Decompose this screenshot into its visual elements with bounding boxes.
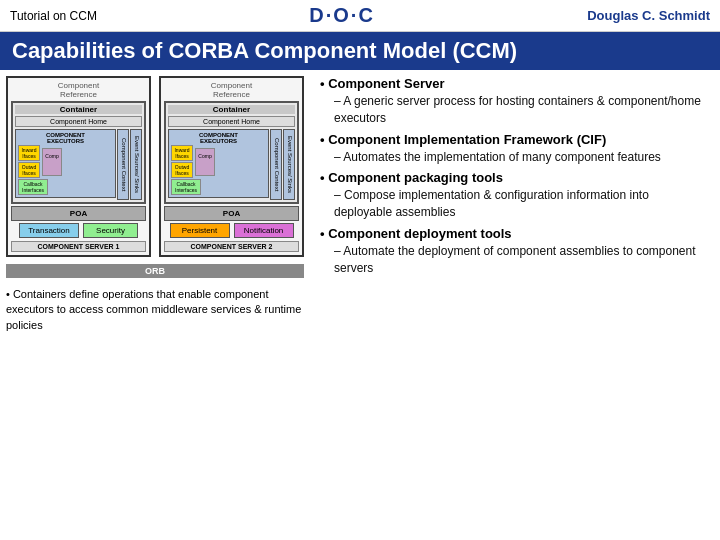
component-ref-2: ComponentReference: [164, 81, 299, 99]
bullet-cif: • Component Implementation Framework (CI…: [320, 132, 710, 166]
persistent-box: Persistent: [170, 223, 230, 238]
bullet-sub-packaging: – Compose implementation & configuration…: [320, 187, 710, 221]
bullet-packaging: • Component packaging tools – Compose im…: [320, 170, 710, 221]
bullet-component-server: • Component Server – A generic server pr…: [320, 76, 710, 127]
header-logo: D·O·C: [309, 4, 375, 27]
facet-iface-2: InwardIfaces: [171, 145, 193, 161]
server1-diagram: ComponentReference Container Component H…: [6, 76, 151, 257]
outward-iface-2: OutwdIfaces: [171, 162, 193, 178]
header: Tutorial on CCM D·O·C Douglas C. Schmidt: [0, 0, 720, 32]
callback-2: CallbackInterfaces: [171, 179, 201, 195]
bottom-description: • Containers define operations that enab…: [6, 285, 304, 335]
bullet-sub-cif: – Automates the implementation of many c…: [320, 149, 710, 166]
container-1: Container Component Home COMPONENTEXECUT…: [11, 101, 146, 204]
comp-context-1: Component Context: [117, 129, 129, 200]
event-sources-1: Event Sources/ Sinks: [130, 129, 142, 200]
bullet-main-deployment: • Component deployment tools: [320, 226, 710, 241]
event-sources-2: Event Sources/ Sinks: [283, 129, 295, 200]
component-impl-1: Comp: [42, 148, 62, 176]
bullet-main-cif: • Component Implementation Framework (CI…: [320, 132, 710, 147]
left-panel: ComponentReference Container Component H…: [0, 70, 310, 540]
title-bar: Capabilities of CORBA Component Model (C…: [0, 32, 720, 70]
transaction-box: Transaction: [19, 223, 79, 238]
container-2: Container Component Home COMPONENTEXECUT…: [164, 101, 299, 204]
bullet-main-server: • Component Server: [320, 76, 710, 91]
server2-label: COMPONENT SERVER 2: [164, 241, 299, 252]
server1-label: COMPONENT SERVER 1: [11, 241, 146, 252]
component-ref-1: ComponentReference: [11, 81, 146, 99]
poa-2: POA: [164, 206, 299, 221]
orb-bar: ORB: [6, 264, 304, 278]
callback-1: CallbackInterfaces: [18, 179, 48, 195]
bullet-sub-server: – A generic server process for hosting c…: [320, 93, 710, 127]
diagrams-row: ComponentReference Container Component H…: [6, 76, 304, 257]
bullet-main-packaging: • Component packaging tools: [320, 170, 710, 185]
logo-text: D·O·C: [309, 4, 375, 27]
tutorial-label: Tutorial on CCM: [10, 9, 97, 23]
security-box: Security: [83, 223, 138, 238]
component-impl-2: Comp: [195, 148, 215, 176]
right-panel: • Component Server – A generic server pr…: [310, 70, 720, 540]
notification-box: Notification: [234, 223, 294, 238]
bullet-sub-deployment: – Automate the deployment of component a…: [320, 243, 710, 277]
bullet-deployment: • Component deployment tools – Automate …: [320, 226, 710, 277]
outward-iface-1: OutwdIfaces: [18, 162, 40, 178]
server2-diagram: ComponentReference Container Component H…: [159, 76, 304, 257]
comp-context-2: Component Context: [270, 129, 282, 200]
author-name: Douglas C. Schmidt: [587, 8, 710, 23]
poa-1: POA: [11, 206, 146, 221]
facet-iface-1: InwardIfaces: [18, 145, 40, 161]
